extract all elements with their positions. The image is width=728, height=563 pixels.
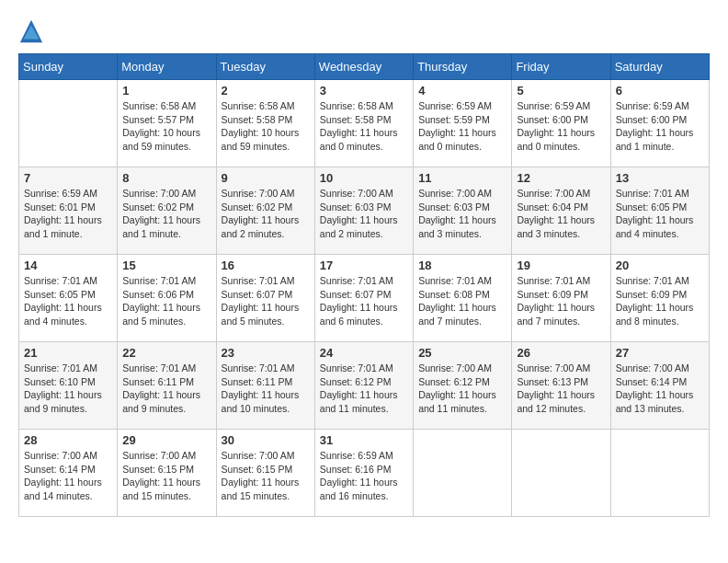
day-info: Sunrise: 7:00 AM Sunset: 6:03 PM Dayligh… <box>418 187 506 241</box>
calendar-cell: 22Sunrise: 7:01 AM Sunset: 6:11 PM Dayli… <box>118 342 216 430</box>
day-info: Sunrise: 7:00 AM Sunset: 6:15 PM Dayligh… <box>122 449 210 503</box>
day-number: 26 <box>517 346 605 360</box>
day-info: Sunrise: 7:00 AM Sunset: 6:14 PM Dayligh… <box>24 449 112 503</box>
day-number: 2 <box>222 84 310 98</box>
day-info: Sunrise: 7:01 AM Sunset: 6:06 PM Dayligh… <box>122 274 210 328</box>
weekday-header: Monday <box>118 54 216 80</box>
day-info: Sunrise: 7:01 AM Sunset: 6:11 PM Dayligh… <box>222 362 310 416</box>
day-number: 25 <box>418 346 506 360</box>
day-number: 8 <box>122 171 210 185</box>
day-info: Sunrise: 6:58 AM Sunset: 5:58 PM Dayligh… <box>320 99 408 154</box>
weekday-header: Friday <box>512 54 610 80</box>
day-number: 14 <box>24 259 112 272</box>
calendar-cell <box>414 430 512 517</box>
calendar-cell: 8Sunrise: 7:00 AM Sunset: 6:02 PM Daylig… <box>118 167 216 255</box>
calendar-cell: 6Sunrise: 6:59 AM Sunset: 6:00 PM Daylig… <box>610 80 709 167</box>
calendar-week-row: 7Sunrise: 6:59 AM Sunset: 6:01 PM Daylig… <box>19 167 710 255</box>
calendar-cell: 18Sunrise: 7:01 AM Sunset: 6:08 PM Dayli… <box>414 255 512 342</box>
calendar-cell: 15Sunrise: 7:01 AM Sunset: 6:06 PM Dayli… <box>118 255 216 342</box>
day-info: Sunrise: 6:58 AM Sunset: 5:58 PM Dayligh… <box>222 99 310 154</box>
calendar-cell: 2Sunrise: 6:58 AM Sunset: 5:58 PM Daylig… <box>216 80 314 167</box>
day-info: Sunrise: 7:00 AM Sunset: 6:04 PM Dayligh… <box>517 187 605 241</box>
day-info: Sunrise: 6:58 AM Sunset: 5:57 PM Dayligh… <box>122 99 210 154</box>
calendar-cell: 25Sunrise: 7:00 AM Sunset: 6:12 PM Dayli… <box>414 342 512 430</box>
day-number: 28 <box>24 433 112 447</box>
day-number: 15 <box>122 259 210 272</box>
day-info: Sunrise: 7:00 AM Sunset: 6:02 PM Dayligh… <box>122 187 210 241</box>
day-number: 9 <box>222 171 310 185</box>
calendar-cell: 7Sunrise: 6:59 AM Sunset: 6:01 PM Daylig… <box>19 167 118 255</box>
logo <box>18 18 48 44</box>
calendar-cell: 21Sunrise: 7:01 AM Sunset: 6:10 PM Dayli… <box>19 342 118 430</box>
day-info: Sunrise: 6:59 AM Sunset: 6:00 PM Dayligh… <box>517 99 605 154</box>
day-info: Sunrise: 7:01 AM Sunset: 6:08 PM Dayligh… <box>418 274 506 328</box>
calendar-cell: 10Sunrise: 7:00 AM Sunset: 6:03 PM Dayli… <box>314 167 413 255</box>
calendar-week-row: 21Sunrise: 7:01 AM Sunset: 6:10 PM Dayli… <box>19 342 710 430</box>
day-info: Sunrise: 7:01 AM Sunset: 6:05 PM Dayligh… <box>24 274 112 328</box>
calendar-cell: 3Sunrise: 6:58 AM Sunset: 5:58 PM Daylig… <box>314 80 413 167</box>
calendar-cell <box>19 80 118 167</box>
calendar-cell: 24Sunrise: 7:01 AM Sunset: 6:12 PM Dayli… <box>314 342 413 430</box>
calendar-cell: 31Sunrise: 6:59 AM Sunset: 6:16 PM Dayli… <box>314 430 413 517</box>
day-number: 21 <box>24 346 112 360</box>
day-info: Sunrise: 7:01 AM Sunset: 6:07 PM Dayligh… <box>222 274 310 328</box>
day-number: 6 <box>616 84 704 98</box>
day-info: Sunrise: 6:59 AM Sunset: 6:16 PM Dayligh… <box>320 449 408 503</box>
calendar-week-row: 1Sunrise: 6:58 AM Sunset: 5:57 PM Daylig… <box>19 80 710 167</box>
calendar-cell: 9Sunrise: 7:00 AM Sunset: 6:02 PM Daylig… <box>216 167 314 255</box>
calendar-cell: 20Sunrise: 7:01 AM Sunset: 6:09 PM Dayli… <box>610 255 709 342</box>
calendar-cell <box>512 430 610 517</box>
calendar-table: SundayMondayTuesdayWednesdayThursdayFrid… <box>18 53 710 517</box>
day-number: 29 <box>122 433 210 447</box>
calendar-cell <box>610 430 709 517</box>
day-info: Sunrise: 6:59 AM Sunset: 6:00 PM Dayligh… <box>616 99 704 154</box>
calendar-week-row: 14Sunrise: 7:01 AM Sunset: 6:05 PM Dayli… <box>19 255 710 342</box>
day-info: Sunrise: 7:01 AM Sunset: 6:09 PM Dayligh… <box>616 274 704 328</box>
calendar-week-row: 28Sunrise: 7:00 AM Sunset: 6:14 PM Dayli… <box>19 430 710 517</box>
calendar-cell: 11Sunrise: 7:00 AM Sunset: 6:03 PM Dayli… <box>414 167 512 255</box>
calendar-cell: 4Sunrise: 6:59 AM Sunset: 5:59 PM Daylig… <box>414 80 512 167</box>
weekday-header: Wednesday <box>314 54 413 80</box>
day-number: 12 <box>517 171 605 185</box>
weekday-header: Tuesday <box>216 54 314 80</box>
day-number: 24 <box>320 346 408 360</box>
calendar-cell: 12Sunrise: 7:00 AM Sunset: 6:04 PM Dayli… <box>512 167 610 255</box>
day-number: 20 <box>616 259 704 272</box>
day-number: 30 <box>222 433 310 447</box>
weekday-header-row: SundayMondayTuesdayWednesdayThursdayFrid… <box>19 54 710 80</box>
day-number: 3 <box>320 84 408 98</box>
calendar-cell: 13Sunrise: 7:01 AM Sunset: 6:05 PM Dayli… <box>610 167 709 255</box>
calendar-cell: 14Sunrise: 7:01 AM Sunset: 6:05 PM Dayli… <box>19 255 118 342</box>
day-number: 19 <box>517 259 605 272</box>
calendar-cell: 19Sunrise: 7:01 AM Sunset: 6:09 PM Dayli… <box>512 255 610 342</box>
day-info: Sunrise: 7:01 AM Sunset: 6:11 PM Dayligh… <box>122 362 210 416</box>
day-number: 10 <box>320 171 408 185</box>
calendar-cell: 29Sunrise: 7:00 AM Sunset: 6:15 PM Dayli… <box>118 430 216 517</box>
day-number: 7 <box>24 171 112 185</box>
day-info: Sunrise: 7:00 AM Sunset: 6:12 PM Dayligh… <box>418 362 506 416</box>
day-number: 5 <box>517 84 605 98</box>
day-number: 23 <box>222 346 310 360</box>
day-info: Sunrise: 7:01 AM Sunset: 6:10 PM Dayligh… <box>24 362 112 416</box>
logo-icon <box>18 18 44 44</box>
day-info: Sunrise: 7:01 AM Sunset: 6:07 PM Dayligh… <box>320 274 408 328</box>
day-info: Sunrise: 7:00 AM Sunset: 6:02 PM Dayligh… <box>222 187 310 241</box>
weekday-header: Sunday <box>19 54 118 80</box>
calendar-cell: 17Sunrise: 7:01 AM Sunset: 6:07 PM Dayli… <box>314 255 413 342</box>
day-info: Sunrise: 7:01 AM Sunset: 6:12 PM Dayligh… <box>320 362 408 416</box>
day-number: 1 <box>122 84 210 98</box>
day-info: Sunrise: 7:01 AM Sunset: 6:09 PM Dayligh… <box>517 274 605 328</box>
calendar-cell: 16Sunrise: 7:01 AM Sunset: 6:07 PM Dayli… <box>216 255 314 342</box>
day-number: 13 <box>616 171 704 185</box>
calendar-cell: 27Sunrise: 7:00 AM Sunset: 6:14 PM Dayli… <box>610 342 709 430</box>
day-number: 31 <box>320 433 408 447</box>
day-info: Sunrise: 7:00 AM Sunset: 6:03 PM Dayligh… <box>320 187 408 241</box>
calendar-cell: 26Sunrise: 7:00 AM Sunset: 6:13 PM Dayli… <box>512 342 610 430</box>
day-info: Sunrise: 7:00 AM Sunset: 6:15 PM Dayligh… <box>222 449 310 503</box>
day-info: Sunrise: 7:01 AM Sunset: 6:05 PM Dayligh… <box>616 187 704 241</box>
calendar-cell: 5Sunrise: 6:59 AM Sunset: 6:00 PM Daylig… <box>512 80 610 167</box>
day-number: 22 <box>122 346 210 360</box>
weekday-header: Thursday <box>414 54 512 80</box>
day-number: 17 <box>320 259 408 272</box>
day-info: Sunrise: 6:59 AM Sunset: 6:01 PM Dayligh… <box>24 187 112 241</box>
